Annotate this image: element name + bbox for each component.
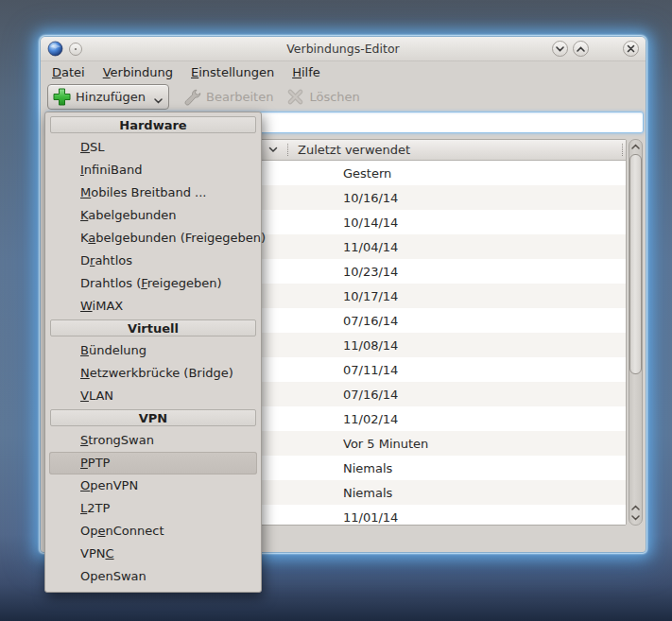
scroll-up-button[interactable] [629,141,642,152]
titlebar[interactable]: Verbindungs-Editor [41,37,646,61]
menu-item-pptp[interactable]: PPTP [49,452,257,474]
menu-section-vpn: VPN [50,409,256,426]
column-header-last-used[interactable]: Zuletzt verwendet [292,143,626,157]
close-icon [627,44,635,53]
menu-item-kabelgebunden[interactable]: Kabelgebunden [45,204,261,227]
menu-item-vpnc[interactable]: VPNC [45,543,261,565]
titlebar-sticky-button[interactable] [69,43,82,56]
chevron-down-icon [631,515,640,521]
menu-hilfe[interactable]: Hilfe [292,65,320,79]
plus-icon [52,87,72,107]
minimize-button[interactable] [552,41,568,57]
menubar: Datei Verbindung Einstellungen Hilfe [41,61,646,82]
column-divider[interactable] [287,144,288,156]
toolbar: Hinzufügen Bearbeiten Löschen [41,82,646,112]
add-connection-menu: Hardware DSL InfiniBand Mobiles Breitban… [44,112,262,593]
menu-section-hardware: Hardware [50,116,256,133]
scroll-down-button[interactable] [629,512,642,524]
menu-section-virtuell: Virtuell [50,319,256,336]
menu-item-vlan[interactable]: VLAN [45,385,261,407]
delete-cross-icon [286,88,304,106]
desktop-background: Verbindungs-Editor Datei Verbindung Eins… [0,0,672,621]
menu-item-infiniband[interactable]: InfiniBand [45,159,261,181]
chevron-up-icon [577,46,585,52]
menu-item-openswan[interactable]: OpenSwan [45,565,261,588]
menu-verbindung[interactable]: Verbindung [103,65,173,79]
app-globe-icon [47,41,63,57]
menu-item-buendelung[interactable]: Bündelung [45,339,261,362]
menu-datei[interactable]: Datei [52,65,85,79]
delete-connection-button: Löschen [286,88,359,106]
menu-item-openconnect[interactable]: OpenConnect [45,520,261,543]
edit-connection-button: Bearbeiten [182,88,273,107]
menu-item-openvpn[interactable]: OpenVPN [45,474,261,497]
menu-item-l2tp[interactable]: L2TP [45,497,261,520]
menu-item-dsl[interactable]: DSL [45,136,261,159]
vertical-scrollbar[interactable] [629,139,643,526]
wrench-icon [182,88,201,107]
menu-item-netzwerkbruecke[interactable]: Netzwerkbrücke (Bridge) [45,362,261,385]
menu-einstellungen[interactable]: Einstellungen [191,65,274,79]
close-button[interactable] [623,41,639,57]
chevron-up-icon [631,505,640,510]
chevron-up-icon [631,144,640,149]
menu-item-strongswan[interactable]: StrongSwan [45,429,261,452]
menu-item-kabelgebunden-freigegeben[interactable]: Kabelgebunden (Freigegeben) [45,227,261,250]
maximize-button[interactable] [573,41,589,57]
sort-descending-icon [268,147,278,153]
menu-item-wimax[interactable]: WiMAX [45,295,261,318]
chevron-down-icon [154,98,163,104]
chevron-down-icon [556,46,564,52]
scrollbar-thumb[interactable] [629,154,642,374]
column-divider[interactable] [622,144,623,156]
menu-item-drahtlos[interactable]: Drahtlos [45,250,261,272]
menu-item-drahtlos-freigegeben[interactable]: Drahtlos (Freigegeben) [45,272,261,295]
menu-item-mobiles-breitband[interactable]: Mobiles Breitband ... [45,181,261,204]
add-connection-button[interactable]: Hinzufügen [47,84,169,110]
